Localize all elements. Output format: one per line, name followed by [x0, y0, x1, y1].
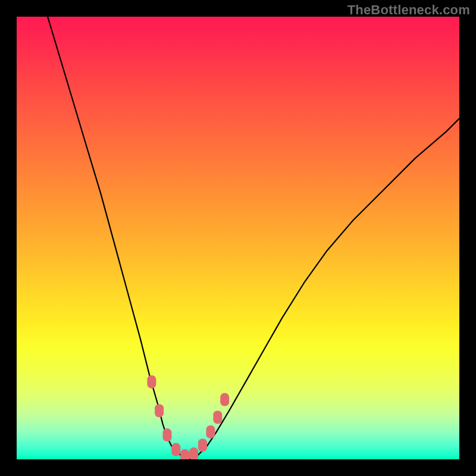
valley-marker	[171, 443, 180, 456]
valley-marker	[180, 449, 189, 459]
curve-line	[48, 17, 459, 459]
watermark-text: TheBottleneck.com	[347, 2, 470, 18]
valley-marker	[213, 411, 222, 424]
valley-marker	[220, 393, 229, 406]
valley-marker	[163, 428, 172, 441]
chart-frame: TheBottleneck.com	[0, 0, 476, 476]
chart-overlay	[17, 17, 459, 459]
valley-marker	[189, 447, 198, 459]
valley-marker	[206, 425, 215, 439]
valley-marker	[198, 439, 207, 452]
valley-marker	[147, 375, 156, 389]
valley-marker	[155, 404, 164, 417]
plot-area	[17, 17, 459, 459]
valley-marker-group	[147, 375, 229, 459]
